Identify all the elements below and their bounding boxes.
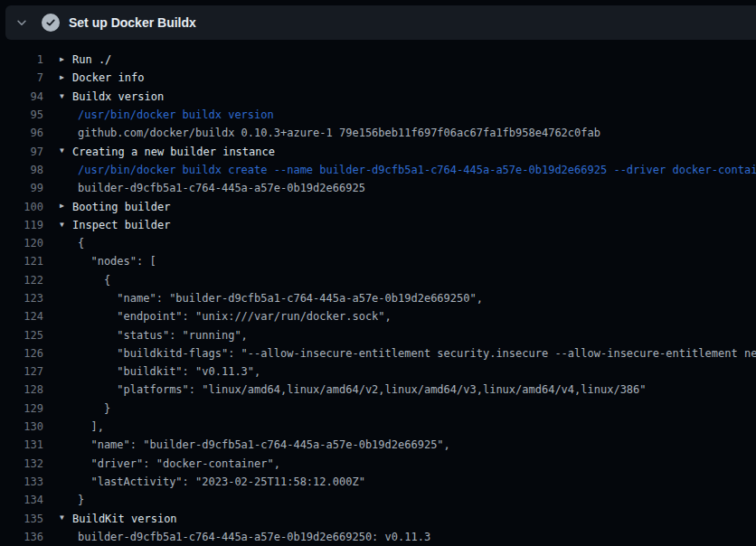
group-expanded-icon[interactable]: ▼ xyxy=(60,142,72,160)
log-line: 131 "name": "builder-d9cfb5a1-c764-445a-… xyxy=(0,436,756,454)
log-line: 136builder-d9cfb5a1-c764-445a-a57e-0b19d… xyxy=(0,528,756,546)
group-collapsed-icon[interactable]: ▶ xyxy=(60,69,72,87)
log-line: 95/usr/bin/docker buildx version xyxy=(0,106,756,124)
output-line: { xyxy=(78,237,84,249)
output-line: builder-d9cfb5a1-c764-445a-a57e-0b19d2e6… xyxy=(78,531,430,543)
output-line: "driver": "docker-container", xyxy=(78,457,280,470)
log-line: 122 { xyxy=(0,271,756,289)
log-line: 97▼Creating a new builder instance xyxy=(0,142,756,160)
group-title[interactable]: Run ./ xyxy=(72,53,111,66)
line-number[interactable]: 126 xyxy=(0,347,43,360)
output-line: "lastActivity": "2023-02-25T11:58:12.000… xyxy=(78,475,365,488)
chevron-down-glyph xyxy=(15,16,28,29)
output-line: builder-d9cfb5a1-c764-445a-a57e-0b19d2e6… xyxy=(78,182,365,194)
log-line: 121 "nodes": [ xyxy=(0,252,756,270)
line-number[interactable]: 95 xyxy=(0,108,43,121)
log-area: 1▶Run ./7▶Docker info94▼Buildx version95… xyxy=(0,40,756,546)
output-line: "endpoint": "unix:///var/run/docker.sock… xyxy=(78,310,392,323)
line-number[interactable]: 127 xyxy=(0,365,43,378)
log-line: 126 "buildkitd-flags": "--allow-insecure… xyxy=(0,344,756,362)
log-line: 132 "driver": "docker-container", xyxy=(0,455,756,473)
command-line: /usr/bin/docker buildx create --name bui… xyxy=(78,164,756,176)
group-expanded-icon[interactable]: ▼ xyxy=(60,88,72,106)
line-number[interactable]: 120 xyxy=(0,237,43,249)
output-line: "nodes": [ xyxy=(78,255,156,268)
line-number[interactable]: 7 xyxy=(0,71,43,84)
log-line: 130 ], xyxy=(0,418,756,436)
log-line: 133 "lastActivity": "2023-02-25T11:58:12… xyxy=(0,473,756,491)
line-number[interactable]: 96 xyxy=(0,127,43,139)
log-line: 135▼BuildKit version xyxy=(0,509,756,527)
step-header[interactable]: Set up Docker Buildx xyxy=(5,5,756,40)
group-title[interactable]: Creating a new builder instance xyxy=(72,146,275,158)
line-number[interactable]: 132 xyxy=(0,457,43,470)
check-circle-icon xyxy=(42,14,60,32)
line-number[interactable]: 124 xyxy=(0,310,43,323)
log-line: 99builder-d9cfb5a1-c764-445a-a57e-0b19d2… xyxy=(0,179,756,197)
log-line: 125 "status": "running", xyxy=(0,325,756,344)
group-expanded-icon[interactable]: ▼ xyxy=(60,216,72,234)
log-line: 134} xyxy=(0,491,756,509)
line-number[interactable]: 131 xyxy=(0,438,43,451)
log-line: 1▶Run ./ xyxy=(0,51,756,69)
line-number[interactable]: 134 xyxy=(0,494,43,506)
check-glyph xyxy=(45,17,56,28)
line-number[interactable]: 97 xyxy=(0,146,43,158)
line-number[interactable]: 128 xyxy=(0,383,43,396)
step-title: Set up Docker Buildx xyxy=(69,15,196,30)
log-line: 98/usr/bin/docker buildx create --name b… xyxy=(0,161,756,179)
log-line: 100▶Booting builder xyxy=(0,197,756,215)
line-number[interactable]: 133 xyxy=(0,475,43,488)
line-number[interactable]: 94 xyxy=(0,90,43,103)
log-line: 94▼Buildx version xyxy=(0,88,756,106)
line-number[interactable]: 125 xyxy=(0,329,43,342)
output-line: github.com/docker/buildx 0.10.3+azure-1 … xyxy=(78,127,600,139)
output-line: { xyxy=(78,274,110,287)
line-number[interactable]: 135 xyxy=(0,513,43,525)
group-title[interactable]: Booting builder xyxy=(72,201,170,213)
group-title[interactable]: Inspect builder xyxy=(72,219,170,231)
group-expanded-icon[interactable]: ▼ xyxy=(60,509,72,527)
group-collapsed-icon[interactable]: ▶ xyxy=(60,51,72,69)
output-line: "platforms": "linux/amd64,linux/amd64/v2… xyxy=(78,383,647,396)
line-number[interactable]: 129 xyxy=(0,402,43,415)
output-line: "buildkit": "v0.11.3", xyxy=(78,365,260,378)
line-number[interactable]: 123 xyxy=(0,292,43,305)
line-number[interactable]: 119 xyxy=(0,219,43,231)
command-line: /usr/bin/docker buildx version xyxy=(78,108,274,121)
log-line: 128 "platforms": "linux/amd64,linux/amd6… xyxy=(0,381,756,399)
log-line: 127 "buildkit": "v0.11.3", xyxy=(0,362,756,381)
output-line: ], xyxy=(78,420,104,433)
line-number[interactable]: 98 xyxy=(0,164,43,176)
log-line: 129 } xyxy=(0,400,756,418)
log-line: 96github.com/docker/buildx 0.10.3+azure-… xyxy=(0,124,756,142)
line-number[interactable]: 121 xyxy=(0,255,43,268)
log-line: 124 "endpoint": "unix:///var/run/docker.… xyxy=(0,307,756,325)
chevron-down-icon[interactable] xyxy=(14,15,29,30)
log-line: 120{ xyxy=(0,234,756,252)
output-line: "name": "builder-d9cfb5a1-c764-445a-a57e… xyxy=(78,292,483,305)
line-number[interactable]: 99 xyxy=(0,182,43,194)
line-number[interactable]: 130 xyxy=(0,420,43,433)
log-line: 123 "name": "builder-d9cfb5a1-c764-445a-… xyxy=(0,289,756,307)
line-number[interactable]: 1 xyxy=(0,53,43,66)
log-line: 119▼Inspect builder xyxy=(0,216,756,234)
output-line: "buildkitd-flags": "--allow-insecure-ent… xyxy=(78,347,756,360)
output-line: "status": "running", xyxy=(78,329,248,342)
group-collapsed-icon[interactable]: ▶ xyxy=(60,197,72,215)
group-title[interactable]: BuildKit version xyxy=(72,513,177,525)
group-title[interactable]: Buildx version xyxy=(72,90,164,103)
log-line: 7▶Docker info xyxy=(0,69,756,87)
group-title[interactable]: Docker info xyxy=(72,71,144,84)
output-line: } xyxy=(78,494,84,506)
output-line: "name": "builder-d9cfb5a1-c764-445a-a57e… xyxy=(78,438,450,451)
line-number[interactable]: 136 xyxy=(0,531,43,543)
line-number[interactable]: 122 xyxy=(0,274,43,287)
output-line: } xyxy=(78,402,110,415)
line-number[interactable]: 100 xyxy=(0,201,43,213)
